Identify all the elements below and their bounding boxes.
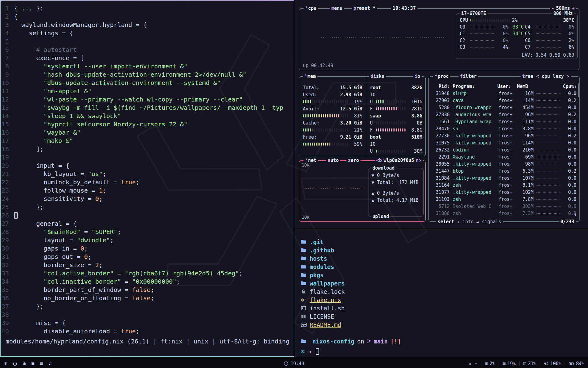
editor-code-area[interactable]: 1{ ... }:2{3 wayland.windowManager.hyprl… — [1, 1, 294, 335]
info-hint[interactable]: info — [462, 219, 473, 225]
code-line[interactable]: 29 layout = "dwindle"; — [1, 236, 294, 244]
mem-box-title[interactable]: ²mem — [303, 73, 317, 79]
code-line[interactable]: 11 "nm-applet &" — [1, 87, 294, 95]
header-program[interactable]: Program: — [450, 84, 497, 89]
tray-expand-icon[interactable]: ▾ — [475, 362, 477, 366]
code-line[interactable]: 17 "mako &" — [1, 137, 294, 145]
proc-filter-button[interactable]: filter — [458, 73, 478, 79]
bar-module-memory[interactable]: ▤19% — [503, 361, 516, 366]
process-row[interactable]: 31447btopfros+6.3M0.2 — [432, 167, 576, 174]
code-line[interactable]: 27 general = { — [1, 220, 294, 228]
sort-next-button[interactable]: > — [567, 74, 569, 79]
code-line[interactable]: 34 "col.inactive_border" = "0x00000000"; — [1, 278, 294, 286]
code-line[interactable]: 21 kb_layout = "us"; — [1, 170, 294, 178]
bar-module-volume[interactable]: 100% — [544, 361, 561, 366]
cpu-box-title[interactable]: ¹cpu — [303, 5, 318, 11]
code-line[interactable]: 2{ — [1, 13, 294, 21]
code-line[interactable]: 7 exec-once = [ — [1, 54, 294, 62]
process-row[interactable]: 31084.kitty-wrappedfros+107M0.0 — [432, 174, 576, 182]
network-tray-icon[interactable]: ⇅ — [469, 362, 471, 366]
process-row[interactable]: 27730.kitty-wrappedfros+96M0.2 — [432, 132, 576, 139]
process-row[interactable]: 27830.audacious-wrafros+96M0.2 — [432, 111, 576, 118]
window-icon[interactable]: ▣ — [32, 361, 34, 366]
code-line[interactable]: 33 "col.active_border" = "rgb(cba6f7) rg… — [1, 269, 294, 278]
music-icon[interactable]: ♫ — [49, 361, 51, 366]
proc-sort-control[interactable]: < cpu lazy > — [535, 73, 571, 79]
process-row[interactable]: 31075.kitty-wrappedfros+114M0.0 — [432, 139, 576, 146]
process-row[interactable]: 28470shfros+3.8M0.0 — [432, 125, 576, 132]
nix-logo-icon[interactable]: ❄ — [4, 361, 7, 366]
process-row[interactable]: 5712Isolated Web Cfros+303M0.0 — [432, 203, 576, 210]
code-line[interactable]: 26 — [1, 211, 294, 220]
net-prev-iface[interactable]: <b — [376, 158, 382, 163]
code-line[interactable]: 4 settings = { — [1, 29, 294, 37]
code-line[interactable]: 10 "dbus-update-activation-environment -… — [1, 79, 294, 87]
code-line[interactable]: 1{ ... }: — [1, 4, 294, 13]
scroll-down-icon[interactable]: ↓ — [574, 212, 577, 217]
launcher-icon[interactable]: ◉ — [23, 361, 26, 366]
code-line[interactable]: 22 numlock_by_default = true; — [1, 178, 294, 186]
signals-hint[interactable]: signals — [482, 219, 501, 225]
header-mem[interactable]: MemB — [517, 84, 533, 89]
code-line[interactable]: 3 wayland.windowManager.hyprland = { — [1, 21, 294, 29]
btop-window[interactable]: ¹cpu menu preset * 19:43:37 -500ms+ up 0… — [294, 0, 588, 228]
code-line[interactable]: 18 ]; — [1, 145, 294, 153]
code-line[interactable]: 38 — [1, 311, 294, 319]
shell-input-line[interactable]: ❄ → — [301, 347, 588, 355]
bar-clock[interactable]: 19:43 — [284, 359, 304, 368]
files-icon[interactable]: ▤ — [40, 361, 43, 366]
process-row[interactable]: 31103zshfros+7.8M0.0 — [432, 196, 576, 203]
bar-module-battery[interactable]: 84% — [569, 361, 584, 366]
process-row[interactable]: 27903cavafros+14M0.2 — [432, 97, 576, 104]
code-line[interactable]: 6 # autostart — [1, 46, 294, 54]
net-zero-toggle[interactable]: zero — [346, 157, 360, 163]
code-line[interactable]: 36 no_border_on_floating = false; — [1, 294, 294, 302]
terminal-window[interactable]: .git.githubhostsmodulespkgswallpapersfla… — [294, 228, 588, 357]
code-line[interactable]: 35 border_part_of_window = false; — [1, 286, 294, 294]
bar-module-disk[interactable]: ◫21% — [523, 361, 536, 366]
code-line[interactable]: 20 input = { — [1, 162, 294, 170]
process-row[interactable]: 31948slurpfros+16M0.0 — [432, 90, 576, 97]
process-row[interactable]: 31164zshfros+8.1M0.0 — [432, 182, 576, 189]
code-line[interactable]: 37 }; — [1, 302, 294, 311]
header-cpu[interactable]: Cpu%↑ — [563, 84, 576, 89]
code-line[interactable]: 32 border_size = 2; — [1, 261, 294, 269]
header-user[interactable]: User: — [497, 84, 517, 89]
code-line[interactable]: 15 "hyprctl setcursor Nordzy-cursors 22 … — [1, 120, 294, 128]
code-line[interactable]: 9 "hash dbus-update-activation-environme… — [1, 71, 294, 79]
code-line[interactable]: 28 "$mainMod" = "SUPER"; — [1, 228, 294, 236]
code-line[interactable]: 31 gaps_out = 0; — [1, 253, 294, 261]
net-auto-toggle[interactable]: auto — [326, 157, 340, 163]
code-line[interactable]: 39 misc = { — [1, 319, 294, 327]
code-line[interactable]: 40 disable_autoreload = true; — [1, 327, 294, 335]
code-line[interactable]: 16 "waybar &" — [1, 128, 294, 137]
sort-prev-button[interactable]: < — [536, 74, 539, 79]
proc-box-title[interactable]: ⁴proc — [433, 73, 450, 79]
code-line[interactable]: 12 "wl-paste --primary --watch wl-copy -… — [1, 95, 294, 104]
btop-menu-button[interactable]: menu — [330, 5, 344, 11]
process-row[interactable]: 26732codiumfros+210M0.0 — [432, 146, 576, 153]
code-line[interactable]: 30 gaps_in = 0; — [1, 244, 294, 253]
process-row[interactable]: 2291Xwaylandfros+69M0.0 — [432, 153, 576, 160]
code-line[interactable]: 14 "sleep 1 && swaylock" — [1, 112, 294, 120]
code-line[interactable]: 23 follow_mouse = 1; — [1, 186, 294, 195]
editor-window[interactable]: 1{ ... }:2{3 wayland.windowManager.hyprl… — [0, 0, 294, 357]
process-row[interactable]: 5280.floorp-wrappefros+454M0.0 — [432, 104, 576, 111]
header-pid[interactable]: Pid: — [432, 84, 450, 89]
process-row[interactable]: 28055.kitty-wrappedfros+98M0.0 — [432, 160, 576, 167]
code-line[interactable]: 25 }; — [1, 203, 294, 211]
code-line[interactable]: 13 "swaybg -m fill -i $(find ~/Pictures/… — [1, 104, 294, 112]
btop-preset-button[interactable]: preset * — [352, 5, 377, 11]
net-interface-selector[interactable]: <bwlp0s20f0u5n> — [375, 157, 423, 163]
process-row[interactable]: 31086zshfros+7.3M0.0 — [432, 210, 576, 217]
process-row[interactable]: 1561.Hyprland-wrapfros+111M0.0 — [432, 118, 576, 125]
proc-tree-toggle[interactable]: tree — [521, 73, 535, 79]
code-line[interactable]: 19 — [1, 153, 294, 162]
proc-scrollbar-thumb[interactable] — [578, 83, 579, 97]
code-line[interactable]: 24 sensitivity = 0; — [1, 195, 294, 203]
power-icon[interactable] — [13, 362, 17, 366]
process-row[interactable]: 31077.kitty-wrappedfros+102M0.0 — [432, 189, 576, 196]
net-next-iface[interactable]: n> — [416, 158, 421, 163]
code-line[interactable]: 5 — [1, 37, 294, 46]
bar-module-cpu[interactable]: ▣2% — [485, 361, 495, 366]
